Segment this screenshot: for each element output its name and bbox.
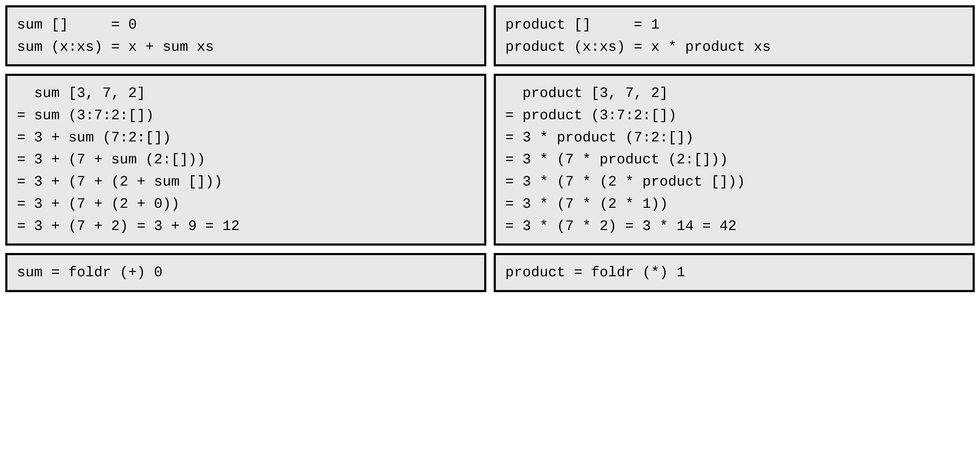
code-grid: sum [] = 0 sum (x:xs) = x + sum xs produ… — [5, 5, 975, 292]
product-evaluation-box: product [3, 7, 2] = product (3:7:2:[]) =… — [494, 74, 975, 245]
sum-evaluation-box: sum [3, 7, 2] = sum (3:7:2:[]) = 3 + sum… — [5, 74, 486, 245]
product-definition-box: product [] = 1 product (x:xs) = x * prod… — [494, 5, 975, 66]
sum-definition-box: sum [] = 0 sum (x:xs) = x + sum xs — [5, 5, 486, 66]
sum-fold-box: sum = foldr (+) 0 — [5, 253, 486, 292]
product-fold-box: product = foldr (*) 1 — [494, 253, 975, 292]
